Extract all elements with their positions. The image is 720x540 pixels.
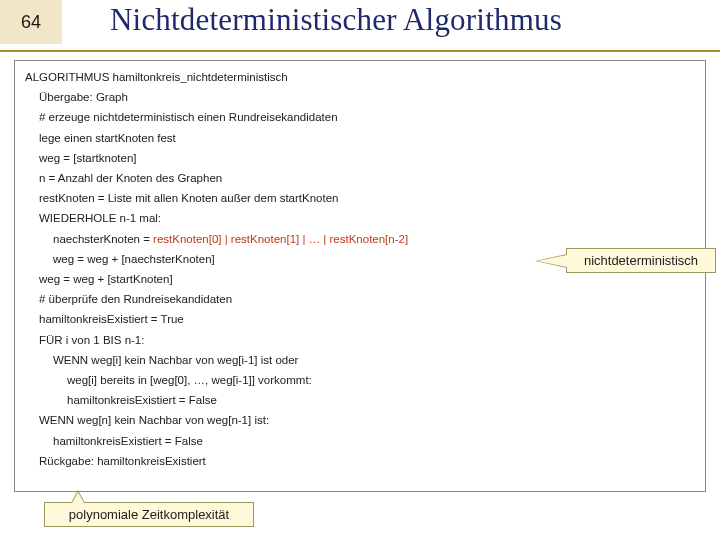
algo-line: hamiltonkreisExistiert = True	[25, 309, 695, 329]
header: 64 Nichtdeterministischer Algorithmus	[0, 0, 720, 52]
algo-line: WENN weg[n] kein Nachbar von weg[n-1] is…	[25, 410, 695, 430]
algo-nondet-choice: restKnoten[0] | restKnoten[1] | … | rest…	[153, 233, 408, 245]
callout-text: nichtdeterministisch	[584, 253, 698, 268]
slide-number-text: 64	[21, 12, 41, 33]
algo-line: ALGORITHMUS hamiltonkreis_nichtdetermini…	[25, 67, 695, 87]
algo-line: # überprüfe den Rundreisekandidaten	[25, 289, 695, 309]
algo-line: WIEDERHOLE n-1 mal:	[25, 208, 695, 228]
algo-line-nondet: naechsterKnoten = restKnoten[0] | restKn…	[25, 229, 695, 249]
algo-line: # erzeuge nichtdeterministisch einen Run…	[25, 107, 695, 127]
callout-polynomial: polynomiale Zeitkomplexität	[44, 502, 254, 527]
slide: 64 Nichtdeterministischer Algorithmus AL…	[0, 0, 720, 540]
algo-line: Rückgabe: hamiltonkreisExistiert	[25, 451, 695, 471]
callout-nichtdeterministisch: nichtdeterministisch	[566, 248, 716, 273]
algo-line: hamiltonkreisExistiert = False	[25, 390, 695, 410]
algo-line: restKnoten = Liste mit allen Knoten auße…	[25, 188, 695, 208]
algo-line: hamiltonkreisExistiert = False	[25, 431, 695, 451]
algorithm-box: ALGORITHMUS hamiltonkreis_nichtdetermini…	[14, 60, 706, 492]
algo-line: FÜR i von 1 BIS n-1:	[25, 330, 695, 350]
algo-line: n = Anzahl der Knoten des Graphen	[25, 168, 695, 188]
page-title: Nichtdeterministischer Algorithmus	[110, 2, 710, 38]
callout-text: polynomiale Zeitkomplexität	[69, 507, 229, 522]
algo-line: WENN weg[i] kein Nachbar von weg[i-1] is…	[25, 350, 695, 370]
algo-line: weg = [startknoten]	[25, 148, 695, 168]
algo-line: Übergabe: Graph	[25, 87, 695, 107]
algo-line: weg[i] bereits in [weg[0], …, weg[i-1]] …	[25, 370, 695, 390]
algo-line: lege einen startKnoten fest	[25, 128, 695, 148]
slide-number: 64	[0, 0, 62, 44]
algo-text: naechsterKnoten =	[53, 233, 153, 245]
